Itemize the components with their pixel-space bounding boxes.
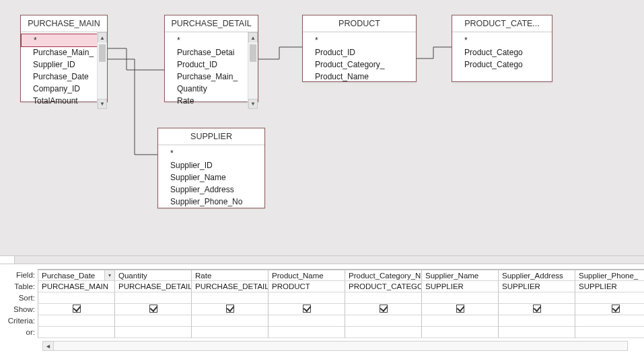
field-row[interactable]: Purchase_Date — [21, 71, 107, 83]
entity-scrollbar[interactable]: ▲ ▼ — [97, 32, 107, 109]
entity-purchase-detail[interactable]: PURCHASE_DETAIL * Purchase_Detai Product… — [164, 15, 258, 102]
entity-scrollbar[interactable]: ▲ ▼ — [248, 32, 258, 109]
field-row[interactable]: * — [165, 34, 258, 46]
grid-cell-show[interactable] — [421, 303, 499, 315]
query-design-canvas[interactable]: PURCHASE_MAIN * Purchase_Main_ Supplier_… — [0, 0, 644, 255]
grid-cell-field[interactable]: Rate — [191, 269, 269, 281]
scroll-thumb[interactable] — [250, 44, 256, 62]
grid-cell-table[interactable]: SUPPLIER — [498, 280, 575, 292]
grid-cell-show[interactable] — [38, 303, 115, 315]
grid-cell-sort[interactable] — [114, 292, 192, 304]
grid-cell-field[interactable]: Supplier_Phone_ — [575, 269, 644, 281]
grid-cell-show[interactable] — [268, 303, 345, 315]
show-checkbox[interactable] — [73, 305, 81, 313]
field-row[interactable]: Supplier_Name — [158, 171, 264, 184]
grid-cell-or[interactable] — [421, 326, 499, 338]
field-row[interactable]: Product_ID — [303, 46, 416, 58]
field-row[interactable]: Product_ID — [165, 58, 258, 71]
grid-cell-table[interactable]: SUPPLIER — [421, 280, 499, 292]
field-row[interactable]: Product_Category_ — [303, 58, 416, 71]
grid-cell-criteria[interactable] — [421, 315, 499, 327]
grid-cell-criteria[interactable] — [268, 315, 345, 327]
grid-cell-field[interactable]: Product_Name — [268, 269, 345, 281]
field-row[interactable]: TotalAmount — [21, 95, 107, 107]
grid-cell-field[interactable]: Quantity — [114, 269, 192, 281]
field-row[interactable]: Product_Catego — [452, 58, 552, 71]
field-row-selected[interactable]: * — [21, 34, 107, 47]
grid-cell-or[interactable] — [575, 326, 644, 338]
grid-cell-or[interactable] — [114, 326, 192, 338]
grid-cell-field[interactable]: Supplier_Address — [498, 269, 575, 281]
grid-cell-criteria[interactable] — [191, 315, 269, 327]
field-row[interactable]: * — [452, 34, 552, 46]
grid-cell-table[interactable]: SUPPLIER — [575, 280, 644, 292]
grid-cell-or[interactable] — [191, 326, 269, 338]
field-row[interactable]: Supplier_ID — [21, 58, 107, 71]
grid-cell-sort[interactable] — [498, 292, 575, 304]
grid-cell-sort[interactable] — [191, 292, 269, 304]
show-checkbox[interactable] — [612, 305, 620, 313]
grid-cell-field[interactable]: Purchase_Date▾ — [38, 269, 115, 281]
scroll-left-icon[interactable]: ◄ — [43, 342, 54, 350]
grid-cell-criteria[interactable] — [38, 315, 115, 327]
show-checkbox[interactable] — [226, 305, 234, 313]
pane-splitter[interactable] — [0, 255, 644, 264]
grid-cell-show[interactable] — [575, 303, 644, 315]
grid-cell-or[interactable] — [345, 326, 422, 338]
scroll-down-icon[interactable]: ▼ — [98, 99, 107, 109]
splitter-handle[interactable] — [0, 256, 15, 264]
grid-cell-criteria[interactable] — [345, 315, 422, 327]
field-row[interactable]: Product_Name — [303, 71, 416, 83]
field-row[interactable]: Purchase_Main_ — [165, 71, 258, 83]
grid-cell-table[interactable]: PURCHASE_MAIN — [38, 280, 115, 292]
field-row[interactable]: Product_Catego — [452, 46, 552, 58]
scroll-thumb[interactable] — [99, 44, 106, 62]
grid-cell-criteria[interactable] — [575, 315, 644, 327]
field-row[interactable]: Supplier_Phone_No — [158, 196, 264, 208]
grid-cell-sort[interactable] — [421, 292, 499, 304]
grid-cell-field[interactable]: Product_Category_Na — [345, 269, 422, 281]
grid-cell-or[interactable] — [38, 326, 115, 338]
dropdown-icon[interactable]: ▾ — [104, 270, 114, 280]
grid-cell-or[interactable] — [268, 326, 345, 338]
field-row[interactable]: Purchase_Main_ — [21, 46, 107, 58]
grid-cell-show[interactable] — [345, 303, 422, 315]
grid-cell-show[interactable] — [114, 303, 192, 315]
show-checkbox[interactable] — [303, 305, 311, 313]
entity-product[interactable]: PRODUCT * Product_ID Product_Category_ P… — [302, 15, 417, 82]
entity-purchase-main[interactable]: PURCHASE_MAIN * Purchase_Main_ Supplier_… — [20, 15, 108, 102]
field-row[interactable]: Purchase_Detai — [165, 46, 258, 58]
entity-title: PURCHASE_MAIN — [21, 15, 107, 32]
entity-product-category[interactable]: PRODUCT_CATE... * Product_Catego Product… — [452, 15, 552, 82]
grid-cell-criteria[interactable] — [498, 315, 575, 327]
field-row[interactable]: * — [303, 34, 416, 46]
grid-cell-table[interactable]: PRODUCT — [268, 280, 345, 292]
scroll-up-icon[interactable]: ▲ — [248, 32, 258, 42]
grid-cell-table[interactable]: PRODUCT_CATEGORY — [345, 280, 422, 292]
scroll-up-icon[interactable]: ▲ — [98, 32, 107, 42]
grid-cell-sort[interactable] — [38, 292, 115, 304]
grid-cell-sort[interactable] — [345, 292, 422, 304]
grid-cell-sort[interactable] — [575, 292, 644, 304]
show-checkbox[interactable] — [149, 305, 157, 313]
show-checkbox[interactable] — [380, 305, 388, 313]
entity-supplier[interactable]: SUPPLIER * Supplier_ID Supplier_Name Sup… — [157, 128, 265, 208]
field-row[interactable]: Supplier_Address — [158, 184, 264, 196]
show-checkbox[interactable] — [456, 305, 464, 313]
field-row[interactable]: Supplier_ID — [158, 159, 264, 171]
grid-horizontal-scrollbar[interactable]: ◄ — [42, 341, 628, 351]
field-row[interactable]: Quantity — [165, 83, 258, 95]
grid-cell-table[interactable]: PURCHASE_DETAIL — [191, 280, 269, 292]
show-checkbox[interactable] — [533, 305, 541, 313]
grid-cell-criteria[interactable] — [114, 315, 192, 327]
field-row[interactable]: Company_ID — [21, 83, 107, 95]
grid-cell-sort[interactable] — [268, 292, 345, 304]
grid-cell-table[interactable]: PURCHASE_DETAIL — [114, 280, 192, 292]
scroll-down-icon[interactable]: ▼ — [248, 99, 258, 109]
grid-cell-show[interactable] — [191, 303, 269, 315]
grid-cell-or[interactable] — [498, 326, 575, 338]
grid-cell-field[interactable]: Supplier_Name — [421, 269, 499, 281]
field-row[interactable]: Rate — [165, 95, 258, 107]
field-row[interactable]: * — [158, 147, 264, 159]
grid-cell-show[interactable] — [498, 303, 575, 315]
